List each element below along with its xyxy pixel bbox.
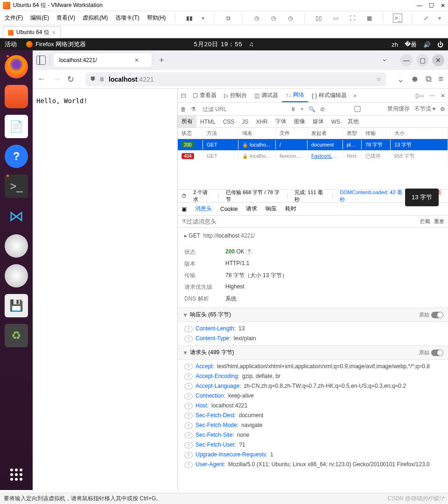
tab-headers[interactable]: 消息头: [195, 205, 212, 213]
filter-all[interactable]: 所有: [178, 116, 196, 127]
layout4-icon[interactable]: ▦: [364, 14, 374, 23]
dock-files-icon[interactable]: [5, 85, 28, 108]
more-tabs-icon[interactable]: »: [350, 92, 359, 99]
close-button[interactable]: ✕: [441, 2, 445, 9]
volume-icon[interactable]: 🔊: [423, 41, 431, 48]
raw-toggle2[interactable]: [431, 350, 443, 356]
dock-terminal-icon[interactable]: >_: [5, 175, 28, 198]
back-button[interactable]: ←: [37, 74, 46, 84]
sidebar-toggle-icon[interactable]: [36, 56, 46, 65]
forward-button[interactable]: →: [52, 74, 61, 84]
menu-file[interactable]: 文件(F): [5, 14, 23, 22]
tab-overflow-icon[interactable]: ⌄: [381, 54, 387, 66]
menu-help[interactable]: 帮助(H): [147, 14, 166, 22]
extensions-icon[interactable]: ⧉: [426, 74, 432, 84]
table-row[interactable]: 200 GET 🔒localho... / document plain 78 …: [178, 139, 448, 150]
clock2-icon[interactable]: ◷: [269, 14, 278, 23]
intercept-button[interactable]: 拦截: [420, 218, 430, 225]
more-icon[interactable]: ⋯: [427, 92, 438, 99]
filter-xhr[interactable]: XHR: [252, 117, 271, 127]
block-icon[interactable]: ⊘: [320, 106, 325, 112]
filter-url-input[interactable]: [201, 105, 257, 113]
tab-request[interactable]: 请求: [246, 205, 257, 213]
filter-other[interactable]: 其他: [344, 116, 363, 127]
dock-drive-icon[interactable]: 💾: [5, 294, 28, 317]
devtools-close-icon[interactable]: ✕: [438, 92, 448, 99]
settings-gear-icon[interactable]: ⚙: [440, 106, 445, 112]
snapshot-icon[interactable]: ⧉: [224, 14, 233, 23]
clock3-icon[interactable]: ◷: [286, 14, 295, 23]
tab-console[interactable]: ▷ 控制台: [220, 89, 251, 102]
response-headers-section[interactable]: ▼响应头 (65 字节) 原始: [178, 308, 448, 322]
ff-maximize-button[interactable]: ▢: [416, 54, 428, 66]
new-tab-button[interactable]: +: [155, 56, 168, 65]
clear-icon[interactable]: 🗑: [181, 106, 186, 112]
pause-icon[interactable]: ▮▮: [185, 14, 194, 23]
filter-css[interactable]: CSS: [219, 117, 238, 127]
filter-headers-input[interactable]: [186, 218, 416, 225]
ff-close-button[interactable]: ✕: [432, 54, 444, 66]
ff-minimize-button[interactable]: —: [400, 54, 413, 66]
current-app[interactable]: Firefox 网络浏览器: [26, 40, 86, 49]
request-headers-section[interactable]: ▼请求头 (489 字节) 原始: [178, 345, 448, 360]
account-icon[interactable]: ☻: [411, 74, 420, 84]
console-icon[interactable]: >_: [393, 14, 402, 23]
app-menu-icon[interactable]: ≡: [438, 74, 443, 84]
pause-record-icon[interactable]: ⏸: [290, 106, 296, 112]
layout3-icon[interactable]: ⛶: [348, 14, 357, 23]
search-icon[interactable]: 🔍: [308, 106, 315, 112]
pocket-icon[interactable]: ⌄: [397, 74, 404, 84]
filter-ws[interactable]: WS: [328, 117, 344, 127]
network-icon[interactable]: �품: [405, 40, 417, 49]
filter-media[interactable]: 媒体: [309, 116, 328, 127]
vm-tab[interactable]: Ubuntu 64 位 ×: [3, 26, 61, 38]
lang-indicator[interactable]: zh: [392, 41, 398, 48]
dock-disc2-icon[interactable]: [5, 264, 28, 287]
dock-vscode-icon[interactable]: ⋈: [5, 204, 28, 228]
site-info-icon[interactable]: 🗎: [99, 76, 105, 83]
raw-toggle[interactable]: [431, 312, 443, 318]
url-bar[interactable]: ⛊ 🗎 localhost:4221 ☆: [85, 72, 386, 86]
filter-js[interactable]: JS: [238, 117, 252, 127]
throttle-select[interactable]: 不节流 ▾: [414, 105, 435, 113]
table-row[interactable]: 404 GET 🔒localho... favicon.ico FaviconL…: [178, 150, 448, 161]
clock1-icon[interactable]: ◷: [252, 14, 261, 23]
tab-style[interactable]: { } 样式编辑器: [308, 89, 350, 102]
tab-close-icon[interactable]: ✕: [134, 57, 139, 63]
filter-html[interactable]: HTML: [196, 117, 219, 127]
dock-firefox-icon[interactable]: [5, 55, 28, 78]
tab-inspector[interactable]: ☐ 查看器: [189, 89, 220, 102]
disable-cache-checkbox[interactable]: 禁用缓存: [329, 105, 410, 113]
tab-response[interactable]: 响应: [266, 205, 277, 213]
menu-edit[interactable]: 编辑(E): [30, 14, 49, 22]
dock-help-icon[interactable]: ?: [5, 145, 28, 168]
add-icon[interactable]: +: [301, 106, 304, 112]
dock-trash-icon[interactable]: ♻: [5, 324, 28, 347]
tab-timing[interactable]: 耗时: [285, 205, 296, 213]
stopwatch-icon[interactable]: ⏱: [182, 193, 187, 199]
tab-debugger[interactable]: ◫ 调试器: [251, 89, 282, 102]
tab-network[interactable]: ↑↓ 网络: [282, 89, 308, 102]
vm-tab-close-icon[interactable]: ×: [52, 29, 56, 36]
menu-vm[interactable]: 虚拟机(M): [83, 14, 108, 22]
filter-img[interactable]: 图像: [290, 116, 309, 127]
reload-button[interactable]: ↻: [67, 74, 74, 84]
dock-disc1-icon[interactable]: [5, 234, 28, 258]
tab-cookies[interactable]: Cookie: [220, 206, 238, 212]
shield-icon[interactable]: ⛊: [90, 76, 96, 83]
activities-button[interactable]: 活动: [5, 40, 17, 49]
layout2-icon[interactable]: ▭: [331, 14, 340, 23]
power-icon[interactable]: ⏻: [437, 41, 443, 48]
layout1-icon[interactable]: ▯▯: [314, 14, 323, 23]
minimize-button[interactable]: —: [417, 2, 422, 9]
resend-button[interactable]: 重发: [434, 218, 444, 225]
menu-view[interactable]: 查看(V): [56, 14, 75, 22]
responsive-icon[interactable]: ▯▭: [413, 92, 427, 99]
bookmark-star-icon[interactable]: ☆: [376, 76, 381, 83]
dock-docs-icon[interactable]: 📄: [5, 115, 28, 138]
dock-apps-grid-icon[interactable]: [10, 469, 22, 481]
details-toggle-icon[interactable]: ▣: [182, 206, 187, 212]
menu-tabs[interactable]: 选项卡(T): [115, 14, 139, 22]
fullscreen-icon[interactable]: ⤢: [421, 14, 431, 23]
maximize-button[interactable]: ☐: [429, 2, 434, 9]
